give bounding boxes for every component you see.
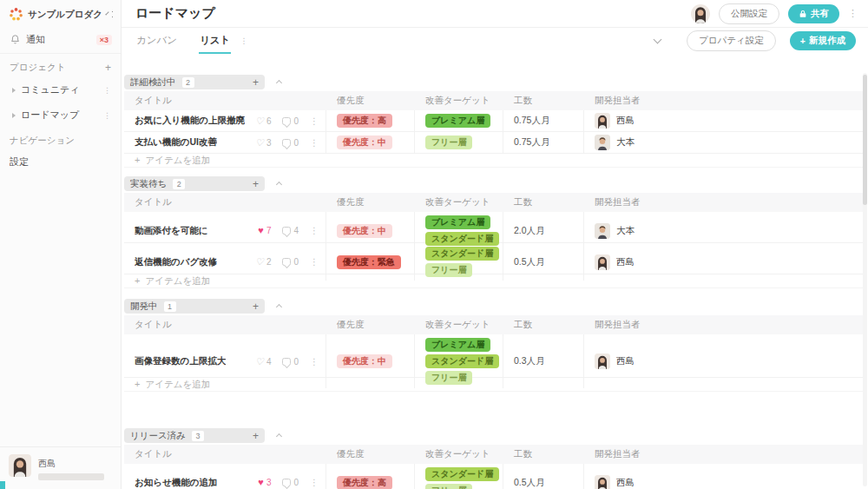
sidebar-item-notifications[interactable]: 通知 ×3 <box>0 28 121 54</box>
item-menu-icon[interactable]: ⋮ <box>103 86 111 95</box>
like-button[interactable]: 2 <box>255 257 271 267</box>
sidebar-item-community[interactable]: コミュニティ ⋮ <box>0 77 121 102</box>
share-button[interactable]: 共有 <box>788 4 839 23</box>
column-header-effort: 工数 <box>503 95 584 107</box>
workspace-switcher[interactable]: サンプルプロダク <box>0 0 121 28</box>
table-row[interactable]: 支払い機能のUI改善 3 0 ⋮ 優先度：中 フリー層 0.75人月 <box>124 132 864 154</box>
view-toolbar: カンバン リスト ⋮ プロパティ設定 + 新規作成 <box>122 28 868 54</box>
tab-kanban[interactable]: カンバン <box>135 28 178 54</box>
group-count-badge: 3 <box>192 431 204 441</box>
target-cell[interactable]: プレミアム層 スタンダード層 フリー層 <box>415 334 503 388</box>
assignee-cell[interactable]: 西島 <box>584 334 864 388</box>
assignee-cell[interactable]: 西島 <box>584 110 864 131</box>
add-project-button[interactable]: + <box>105 63 111 73</box>
comment-button[interactable]: 0 <box>282 116 299 126</box>
effort-cell[interactable]: 0.75人月 <box>503 132 584 153</box>
like-button[interactable]: 6 <box>255 116 271 126</box>
comment-icon <box>282 227 291 235</box>
priority-badge: 優先度：緊急 <box>337 255 401 269</box>
group-section-1: 詳細検討中 2 + タイトル 優先度 改善ターゲット 工数 開発担当者 <box>124 75 865 168</box>
comment-button[interactable]: 4 <box>282 226 299 235</box>
like-button[interactable]: 7 <box>258 226 271 235</box>
group-count-badge: 1 <box>164 301 176 312</box>
vertical-scrollbar[interactable] <box>863 73 867 486</box>
expand-arrow-icon[interactable] <box>12 88 16 93</box>
target-cell[interactable]: スタンダード層 フリー層 <box>415 464 503 489</box>
collapse-group-icon[interactable] <box>275 301 283 311</box>
plus-icon: + <box>135 380 140 389</box>
target-cell[interactable]: プレミアム層 <box>415 110 503 131</box>
group-header[interactable]: 開発中 1 + <box>124 299 265 314</box>
plus-icon: + <box>135 276 140 286</box>
sidebar-item-settings[interactable]: 設定 <box>0 150 121 174</box>
assignee-cell[interactable]: 西島 <box>584 464 864 489</box>
row-menu-button[interactable]: ⋮ <box>310 226 319 235</box>
assignee-avatar <box>595 135 610 150</box>
priority-cell[interactable]: 優先度：高 <box>326 464 415 489</box>
item-menu-icon[interactable]: ⋮ <box>103 111 111 120</box>
like-button[interactable]: 3 <box>255 138 271 148</box>
group-name: 詳細検討中 <box>130 76 176 89</box>
current-user[interactable]: 西島 <box>0 446 121 489</box>
like-button[interactable]: 4 <box>255 357 271 367</box>
priority-cell[interactable]: 優先度：高 <box>326 110 415 131</box>
target-cell[interactable]: フリー層 <box>415 132 503 153</box>
effort-cell[interactable]: 0.5人月 <box>503 243 584 281</box>
assignee-avatar <box>595 223 610 239</box>
row-menu-button[interactable]: ⋮ <box>310 357 319 367</box>
comment-button[interactable]: 0 <box>282 257 299 267</box>
comment-button[interactable]: 0 <box>282 138 299 148</box>
sidebar-collapse-icon[interactable] <box>112 11 113 17</box>
target-badge: プレミアム層 <box>425 215 490 229</box>
collapse-group-icon[interactable] <box>275 431 283 440</box>
group-add-button[interactable]: + <box>253 179 259 189</box>
like-button[interactable]: 3 <box>258 478 271 487</box>
priority-cell[interactable]: 優先度：中 <box>326 334 415 388</box>
group-name: リリース済み <box>130 430 186 442</box>
expand-arrow-icon[interactable] <box>12 113 16 118</box>
table-row[interactable]: 動画添付を可能に 7 4 ⋮ 優先度：中 プレミアム層 スタンダード層 <box>124 212 864 243</box>
row-menu-button[interactable]: ⋮ <box>310 138 319 148</box>
row-menu-button[interactable]: ⋮ <box>310 257 319 267</box>
group-add-button[interactable]: + <box>253 431 259 441</box>
group-header[interactable]: 実装待ち 2 + <box>124 176 265 191</box>
priority-cell[interactable]: 優先度：中 <box>326 132 415 153</box>
group-add-button[interactable]: + <box>253 301 259 312</box>
scrollbar-thumb[interactable] <box>863 75 867 205</box>
row-menu-button[interactable]: ⋮ <box>310 478 319 487</box>
assignee-cell[interactable]: 西島 <box>584 243 864 281</box>
group-header[interactable]: リリース済み 3 + <box>124 428 265 443</box>
collapse-group-icon[interactable] <box>275 77 283 87</box>
assignee-name: 西島 <box>616 355 635 367</box>
effort-cell[interactable]: 0.5人月 <box>503 464 584 489</box>
row-menu-button[interactable]: ⋮ <box>310 116 319 126</box>
view-options-chevron-icon[interactable] <box>654 36 662 44</box>
property-settings-button[interactable]: プロパティ設定 <box>687 30 776 51</box>
priority-cell[interactable]: 優先度：緊急 <box>326 243 415 281</box>
assignee-cell[interactable]: 大本 <box>584 132 864 153</box>
table-row[interactable]: お気に入り機能の上限撤廃 6 0 ⋮ 優先度：高 プレミアム層 0.75人月 <box>124 110 864 132</box>
heart-icon <box>255 116 264 126</box>
tab-menu-icon[interactable]: ⋮ <box>240 36 247 45</box>
effort-cell[interactable]: 0.3人月 <box>503 334 584 388</box>
effort-cell[interactable]: 0.75人月 <box>503 110 584 131</box>
table-row[interactable]: 返信機能のバグ改修 2 0 ⋮ 優先度：緊急 スタンダード層 フリー層 <box>124 243 864 274</box>
group-table: タイトル 優先度 改善ターゲット 工数 開発担当者 お気に入り機能の上限撤廃 6… <box>124 91 864 168</box>
target-cell[interactable]: スタンダード層 フリー層 <box>415 243 503 281</box>
comment-button[interactable]: 0 <box>282 357 299 367</box>
member-avatar[interactable] <box>691 4 710 23</box>
tab-list[interactable]: リスト <box>199 28 231 54</box>
comment-button[interactable]: 0 <box>282 478 299 487</box>
assignee-name: 西島 <box>616 256 635 268</box>
group-header[interactable]: 詳細検討中 2 + <box>124 75 265 89</box>
collapse-group-icon[interactable] <box>275 179 283 188</box>
page-menu-button[interactable]: ⋮ <box>848 9 858 18</box>
add-item-button[interactable]: + アイテムを追加 <box>124 154 864 168</box>
table-row[interactable]: お知らせ機能の追加 3 0 ⋮ 優先度：高 スタンダード層 フリー層 <box>124 464 864 489</box>
create-new-button[interactable]: + 新規作成 <box>790 31 856 50</box>
assignee-avatar <box>595 254 610 270</box>
table-row[interactable]: 画像登録数の上限拡大 4 0 ⋮ 優先度：中 プレミアム層 スタンダード層 <box>124 334 864 378</box>
group-add-button[interactable]: + <box>253 77 259 88</box>
public-settings-button[interactable]: 公開設定 <box>719 3 779 24</box>
sidebar-item-roadmap[interactable]: ロードマップ ⋮ <box>0 102 121 128</box>
